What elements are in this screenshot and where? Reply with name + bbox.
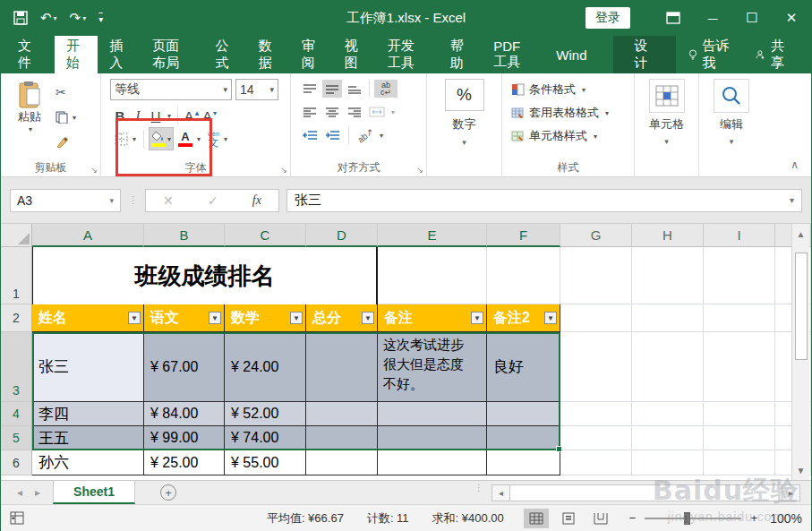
cell-e5[interactable]: [378, 426, 487, 450]
merge-center-icon[interactable]: [367, 103, 387, 121]
column-header-h[interactable]: H: [632, 224, 704, 247]
tab-pdf-tools[interactable]: PDF工具: [482, 36, 544, 73]
cell-f1[interactable]: [487, 247, 560, 304]
new-sheet-button[interactable]: +: [160, 484, 176, 501]
cell-f6[interactable]: [487, 450, 560, 475]
table-header-note2[interactable]: 备注2▼: [487, 304, 560, 332]
customize-qat-icon[interactable]: ▾: [98, 13, 103, 24]
orientation-dropdown-icon[interactable]: ▾: [380, 132, 383, 140]
cell-styles-button[interactable]: 单元格样式▾: [508, 124, 628, 148]
cell-e3-note[interactable]: 这次考试进步很大但是态度不好。: [378, 332, 487, 402]
filter-dropdown-icon[interactable]: ▼: [290, 312, 303, 324]
align-middle-icon[interactable]: [322, 80, 342, 98]
filter-dropdown-icon[interactable]: ▼: [544, 312, 557, 324]
cell-g1[interactable]: [560, 247, 632, 304]
cell-e4[interactable]: [378, 402, 487, 426]
redo-dropdown-icon[interactable]: ▾: [82, 14, 86, 22]
page-layout-view-button[interactable]: [556, 509, 581, 528]
horizontal-scroll-thumb[interactable]: [509, 485, 782, 501]
cell-e1[interactable]: [378, 247, 487, 304]
cell-f4[interactable]: [487, 402, 560, 426]
align-right-icon[interactable]: [345, 103, 364, 121]
underline-button[interactable]: U: [148, 108, 164, 124]
name-box[interactable]: A3▾: [10, 189, 121, 212]
cell-g5[interactable]: [560, 426, 632, 450]
formula-bar-resize-handle[interactable]: ⋮: [128, 198, 138, 202]
copy-button[interactable]: ▾: [53, 107, 79, 127]
filter-dropdown-icon[interactable]: ▼: [362, 312, 374, 324]
borders-dropdown-icon[interactable]: ▾: [132, 135, 136, 143]
zoom-in-icon[interactable]: +: [750, 511, 757, 525]
cell-h3[interactable]: [632, 332, 704, 402]
scroll-up-icon[interactable]: ▲: [792, 224, 809, 244]
page-break-view-button[interactable]: [588, 509, 613, 528]
font-name-combobox[interactable]: 等线▾: [110, 79, 232, 100]
cell-h4[interactable]: [632, 402, 704, 426]
next-sheet-icon[interactable]: ▸: [35, 486, 40, 499]
column-header-i[interactable]: I: [704, 224, 775, 247]
bold-button[interactable]: B: [112, 108, 128, 124]
vertical-scroll-thumb[interactable]: [795, 253, 808, 360]
merge-dropdown-icon[interactable]: ▾: [391, 108, 395, 116]
align-top-icon[interactable]: [300, 80, 320, 98]
cell-d5[interactable]: [306, 426, 378, 450]
close-button[interactable]: ✕: [772, 10, 811, 26]
cell-i2[interactable]: [704, 304, 775, 332]
orientation-icon[interactable]: ab↗: [352, 122, 379, 148]
maximize-button[interactable]: ☐: [732, 10, 772, 26]
cell-a4[interactable]: 李四: [32, 402, 144, 426]
increase-font-button[interactable]: A▲: [184, 108, 201, 124]
font-size-combobox[interactable]: 14▾: [235, 79, 278, 100]
expand-formula-bar-icon[interactable]: ▾: [790, 195, 794, 205]
horizontal-scrollbar[interactable]: ◂ ▸: [491, 484, 800, 501]
percent-style-icon[interactable]: %: [445, 79, 484, 111]
save-icon[interactable]: [13, 11, 28, 25]
group-cells[interactable]: 单元格 ▾: [635, 73, 699, 176]
cell-a5[interactable]: 王五: [32, 426, 144, 450]
cell-h1[interactable]: [632, 247, 704, 304]
cell-h6[interactable]: [632, 450, 704, 475]
cell-g2[interactable]: [560, 304, 632, 332]
cut-button[interactable]: ✂: [53, 82, 79, 102]
zoom-out-icon[interactable]: −: [629, 511, 637, 525]
cell-c6[interactable]: ¥ 55.00: [225, 450, 306, 475]
column-header-f[interactable]: F: [487, 224, 560, 247]
table-header-name[interactable]: 姓名▼: [32, 304, 144, 332]
row-header-5[interactable]: 5: [1, 426, 32, 450]
column-header-c[interactable]: C: [225, 224, 306, 247]
cancel-entry-icon[interactable]: ✕: [163, 193, 174, 208]
redo-button[interactable]: ↷▾: [70, 10, 87, 26]
row-header-6[interactable]: 6: [1, 450, 32, 475]
cell-g4[interactable]: [560, 402, 632, 426]
align-bottom-icon[interactable]: [345, 80, 364, 98]
sign-in-button[interactable]: 登录: [585, 7, 630, 29]
prev-sheet-icon[interactable]: ◂: [17, 486, 22, 499]
cell-h2[interactable]: [632, 304, 704, 332]
tell-me-button[interactable]: 告诉我: [676, 36, 744, 73]
italic-button[interactable]: I: [130, 108, 146, 124]
copy-dropdown-icon[interactable]: ▾: [73, 114, 76, 122]
cell-c3[interactable]: ¥ 24.00: [225, 332, 306, 402]
font-color-button[interactable]: A ▾: [175, 129, 203, 149]
scroll-right-icon[interactable]: ▸: [782, 485, 799, 501]
format-painter-button[interactable]: [53, 133, 79, 152]
tab-home[interactable]: 开始: [55, 36, 98, 73]
tab-formulas[interactable]: 公式: [203, 36, 246, 73]
cell-i4[interactable]: [704, 402, 775, 426]
cell-b6[interactable]: ¥ 25.00: [144, 450, 225, 475]
cell-d3[interactable]: [306, 332, 378, 402]
column-header-e[interactable]: E: [378, 224, 487, 247]
fill-color-dropdown-icon[interactable]: ▾: [167, 135, 171, 143]
tab-help[interactable]: 帮助: [439, 36, 482, 73]
undo-dropdown-icon[interactable]: ▾: [54, 14, 57, 22]
zoom-level[interactable]: 100%: [763, 511, 802, 526]
fill-color-button[interactable]: ▾: [149, 127, 174, 150]
table-header-chinese[interactable]: 语文▼: [144, 304, 225, 332]
row-header-3[interactable]: 3: [1, 332, 32, 402]
column-header-b[interactable]: B: [144, 224, 225, 247]
wrap-text-icon[interactable]: abc↵: [374, 80, 397, 98]
name-box-dropdown-icon[interactable]: ▾: [109, 196, 114, 205]
cell-i1[interactable]: [704, 247, 775, 304]
tab-file[interactable]: 文件: [1, 36, 55, 73]
macro-record-icon[interactable]: [10, 511, 24, 525]
